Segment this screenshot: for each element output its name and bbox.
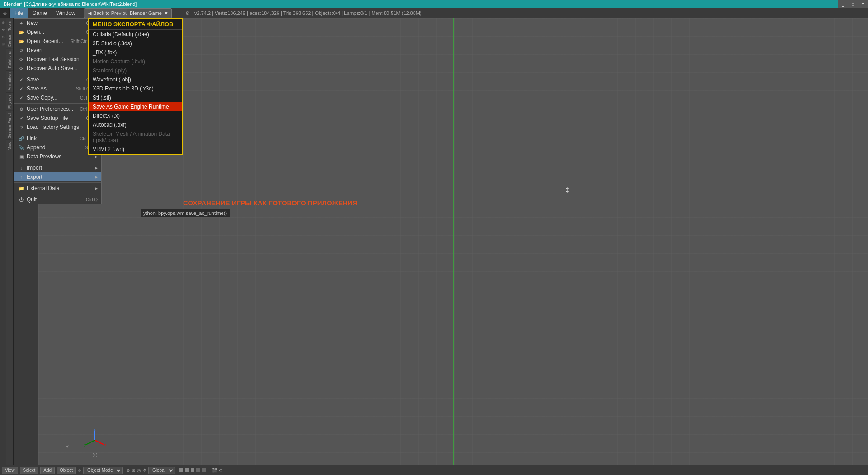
export-fbx[interactable]: _BX (.fbx) bbox=[89, 48, 182, 57]
game-menu-item[interactable]: Game bbox=[28, 8, 52, 18]
menu-data-previews-label: Data Previews bbox=[27, 153, 61, 160]
menu-save-as-label: Save As . bbox=[27, 86, 50, 92]
save-copy-icon: ✔ bbox=[18, 94, 25, 101]
import-icon: ↓ bbox=[18, 164, 25, 171]
tab-tools[interactable]: Tools bbox=[6, 19, 13, 33]
export-submenu-header: МЕНЮ ЭКСПОРТА ФАЙЛОВ bbox=[89, 19, 182, 30]
menu-append-label: Append bbox=[27, 144, 45, 151]
load-factory-icon: ↺ bbox=[18, 124, 25, 131]
view-button[interactable]: View bbox=[2, 467, 18, 474]
layer-btn[interactable] bbox=[191, 468, 194, 472]
layer-btn[interactable] bbox=[179, 468, 183, 472]
dropdown-arrow-icon: ▼ bbox=[164, 10, 169, 16]
open-recent-icon: 📂 bbox=[18, 38, 25, 45]
quit-icon: ⏻ bbox=[18, 196, 25, 203]
select-button[interactable]: Select bbox=[20, 467, 39, 474]
menu-export[interactable]: ↑ Export bbox=[14, 172, 101, 181]
menu-open-recent-label: Open Recent... bbox=[27, 38, 63, 44]
info-text: v2.74.2 | Verts:186,249 | aces:184,326 |… bbox=[194, 10, 422, 16]
export-directx[interactable]: DirectX (.x) bbox=[89, 111, 182, 120]
export-x3d[interactable]: X3D Extensible 3D (.x3d) bbox=[89, 84, 182, 93]
side-panel: Tools Create Relations Animation Physics… bbox=[6, 18, 14, 465]
transform-select[interactable]: Global bbox=[148, 467, 175, 474]
engine-dropdown[interactable]: Blender Game ▼ bbox=[127, 8, 172, 18]
layers-group bbox=[179, 468, 206, 473]
export-autocad[interactable]: Autocad (.dxf) bbox=[89, 120, 182, 129]
maximize-button[interactable]: □ bbox=[848, 0, 858, 8]
crosshair bbox=[564, 187, 571, 193]
save-icon: ✔ bbox=[18, 76, 25, 83]
info-icon: ⚙ bbox=[185, 10, 190, 16]
toolbar-icon-4: ⊞ bbox=[0, 42, 6, 47]
user-prefs-icon: ⚙ bbox=[18, 105, 25, 113]
close-button[interactable]: × bbox=[858, 0, 868, 8]
menu-external-data[interactable]: 📁 External Data bbox=[14, 184, 101, 193]
svg-text:x: x bbox=[104, 442, 106, 447]
back-label: Back to Previous bbox=[93, 10, 131, 16]
viewport-icon: ⊙ bbox=[78, 468, 81, 473]
object-button[interactable]: Object bbox=[57, 467, 76, 474]
export-obj[interactable]: Wavefront (.obj) bbox=[89, 75, 182, 84]
export-psk[interactable]: Skeleton Mesh / Animation Data (.psk/.ps… bbox=[89, 129, 182, 145]
toolbar-icon-3: ⊙ bbox=[0, 34, 6, 40]
menu-import-label: Import bbox=[27, 165, 42, 171]
export-stl[interactable]: Stl (.stl) bbox=[89, 93, 182, 102]
ru-save-label: СОХРАНЕНИЕ ИГРЫ КАК ГОТОВОГО ПРИЛОЖЕНИЯ bbox=[183, 199, 357, 207]
export-ply[interactable]: Stanford (.ply) bbox=[89, 66, 182, 75]
layer-btn[interactable] bbox=[185, 468, 189, 472]
menu-import[interactable]: ↓ Import bbox=[14, 163, 101, 172]
window-menu-item[interactable]: Window bbox=[52, 8, 80, 18]
header-info: ⚙ v2.74.2 | Verts:186,249 | aces:184,326… bbox=[181, 8, 868, 18]
menu-save-copy-label: Save Copy... bbox=[27, 95, 57, 101]
tab-create[interactable]: Create bbox=[6, 33, 13, 49]
proportional-icon: ◎ bbox=[137, 468, 141, 473]
svg-line-0 bbox=[95, 440, 104, 445]
tab-animation[interactable]: Animation bbox=[6, 70, 13, 92]
revert-icon: ↺ bbox=[18, 47, 25, 54]
file-menu-item[interactable]: File bbox=[10, 8, 28, 18]
menu-save-startup-label: Save Startup _ile bbox=[27, 115, 68, 121]
menu-recover-auto-label: Recover Auto Save... bbox=[27, 65, 78, 71]
export-collada[interactable]: Collada (Default) (.dae) bbox=[89, 30, 182, 39]
tab-misc[interactable]: Misc bbox=[6, 140, 13, 152]
menu-save-label: Save bbox=[27, 76, 39, 83]
mode-select[interactable]: Object Mode bbox=[83, 467, 123, 474]
menu-quit[interactable]: ⏻ Quit Ctrl Q bbox=[14, 195, 101, 204]
title-bar-controls[interactable]: _ □ × bbox=[838, 0, 868, 8]
tooltip-text: ython: bpy.ops.wm.save_as_runtime() bbox=[143, 210, 227, 216]
left-toolbar: ⊕ ✥ ⊙ ⊞ bbox=[0, 18, 6, 465]
snap-icon: ⊞ bbox=[132, 468, 135, 473]
title-bar: Blender* [C:\Для викиучебника по Blender… bbox=[0, 0, 868, 8]
layer-btn[interactable] bbox=[202, 468, 206, 472]
engine-label: Blender Game bbox=[130, 10, 162, 16]
manipulator-icon: ✥ bbox=[143, 468, 146, 473]
y-axis-line bbox=[453, 18, 454, 465]
svg-line-1 bbox=[86, 440, 95, 445]
minimize-button[interactable]: _ bbox=[838, 0, 848, 8]
export-game-runtime[interactable]: Save As Game Engine Runtime bbox=[89, 102, 182, 111]
export-bvh[interactable]: Motion Capture (.bvh) bbox=[89, 57, 182, 66]
menu-open-label: Open... bbox=[27, 29, 44, 35]
add-button[interactable]: Add bbox=[40, 467, 55, 474]
menu-user-prefs-label: User Preferences... bbox=[27, 106, 73, 112]
tab-grease-pencil[interactable]: Grease Pencil bbox=[6, 110, 13, 140]
new-icon: ✦ bbox=[18, 19, 25, 27]
title-text: Blender* [C:\Для викиучебника по Blender… bbox=[4, 1, 137, 7]
tab-physics[interactable]: Physics bbox=[6, 92, 13, 110]
data-previews-icon: ▣ bbox=[18, 153, 25, 160]
menu-external-data-label: External Data bbox=[27, 185, 60, 191]
tab-relations[interactable]: Relations bbox=[6, 49, 13, 70]
menu-new-label: New bbox=[27, 20, 38, 26]
menu-load-factory-label: Load _actory Settings bbox=[27, 124, 79, 130]
recover-auto-icon: ⟳ bbox=[18, 65, 25, 72]
toolbar-icon-2: ✥ bbox=[0, 27, 6, 33]
sep-6 bbox=[14, 194, 101, 194]
sep-4 bbox=[14, 162, 101, 162]
blender-logo: ◎ bbox=[0, 8, 10, 18]
export-vrml2[interactable]: VRML2 (.wrl) bbox=[89, 145, 182, 154]
layer-btn[interactable] bbox=[196, 468, 200, 472]
pivot-icon: ⊕ bbox=[126, 468, 130, 473]
frame-label: (1) bbox=[84, 453, 106, 457]
append-icon: 📎 bbox=[18, 144, 25, 151]
export-3ds[interactable]: 3D Studio (.3ds) bbox=[89, 39, 182, 48]
